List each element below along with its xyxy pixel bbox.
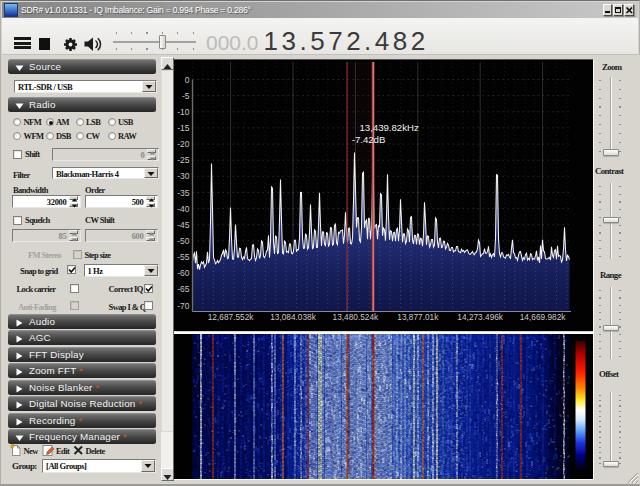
svg-text:-60: -60	[177, 268, 190, 278]
svg-text:-65: -65	[177, 284, 190, 294]
svg-text:-15: -15	[177, 123, 190, 133]
svg-text:-5: -5	[182, 91, 190, 101]
svg-text:-25: -25	[177, 155, 190, 165]
svg-text:-70: -70	[177, 301, 190, 311]
svg-text:14,669.982k: 14,669.982k	[520, 312, 567, 322]
svg-text:-45: -45	[177, 220, 190, 230]
svg-text:-7.42dB: -7.42dB	[352, 134, 386, 145]
svg-text:-40: -40	[177, 204, 190, 214]
svg-text:0: 0	[185, 75, 190, 85]
svg-text:12,687.552k: 12,687.552k	[208, 312, 255, 322]
svg-text:-30: -30	[177, 171, 190, 181]
svg-text:13,480.524k: 13,480.524k	[333, 312, 380, 322]
svg-text:-20: -20	[177, 139, 190, 149]
svg-text:-10: -10	[177, 107, 190, 117]
svg-text:-55: -55	[177, 252, 190, 262]
svg-text:13,439.82kHz: 13,439.82kHz	[360, 122, 419, 133]
svg-text:13,084.038k: 13,084.038k	[270, 312, 317, 322]
svg-text:-50: -50	[177, 236, 190, 246]
svg-text:14,273.496k: 14,273.496k	[457, 312, 504, 322]
svg-text:13,877.01k: 13,877.01k	[397, 312, 439, 322]
svg-text:-35: -35	[177, 188, 190, 198]
